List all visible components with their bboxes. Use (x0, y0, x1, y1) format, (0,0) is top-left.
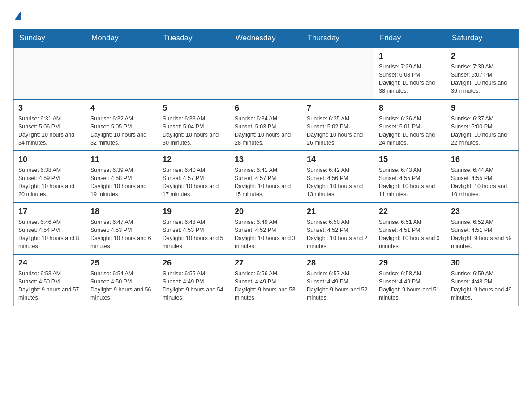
day-sun-info: Sunrise: 6:37 AM Sunset: 5:00 PM Dayligh… (451, 115, 514, 147)
day-number: 8 (379, 103, 442, 113)
day-number: 2 (451, 51, 514, 61)
day-of-week-header: Tuesday (158, 29, 230, 48)
day-number: 29 (379, 258, 442, 268)
calendar-cell: 30Sunrise: 6:59 AM Sunset: 4:48 PM Dayli… (446, 254, 519, 306)
day-number: 19 (163, 207, 225, 216)
day-number: 10 (18, 155, 81, 164)
week-row: 3Sunrise: 6:31 AM Sunset: 5:06 PM Daylig… (14, 99, 519, 151)
calendar-cell: 18Sunrise: 6:47 AM Sunset: 4:53 PM Dayli… (86, 203, 158, 255)
calendar-header-row: SundayMondayTuesdayWednesdayThursdayFrid… (14, 29, 519, 48)
day-number: 12 (163, 155, 225, 164)
day-sun-info: Sunrise: 6:47 AM Sunset: 4:53 PM Dayligh… (90, 218, 153, 251)
page-header (13, 9, 519, 20)
day-number: 23 (451, 207, 514, 216)
calendar-cell: 9Sunrise: 6:37 AM Sunset: 5:00 PM Daylig… (446, 99, 519, 151)
day-number: 6 (235, 103, 297, 113)
day-sun-info: Sunrise: 6:34 AM Sunset: 5:03 PM Dayligh… (235, 115, 297, 147)
day-number: 13 (235, 155, 297, 164)
day-of-week-header: Wednesday (230, 29, 302, 48)
calendar-cell: 13Sunrise: 6:41 AM Sunset: 4:57 PM Dayli… (230, 151, 302, 203)
calendar-cell: 3Sunrise: 6:31 AM Sunset: 5:06 PM Daylig… (14, 99, 86, 151)
day-number: 26 (163, 258, 225, 268)
day-sun-info: Sunrise: 7:29 AM Sunset: 6:08 PM Dayligh… (379, 63, 442, 95)
day-sun-info: Sunrise: 6:44 AM Sunset: 4:55 PM Dayligh… (451, 166, 514, 199)
day-number: 5 (163, 103, 225, 113)
day-sun-info: Sunrise: 6:36 AM Sunset: 5:01 PM Dayligh… (379, 115, 442, 147)
calendar-cell: 7Sunrise: 6:35 AM Sunset: 5:02 PM Daylig… (302, 99, 374, 151)
calendar-cell: 10Sunrise: 6:38 AM Sunset: 4:59 PM Dayli… (14, 151, 86, 203)
day-sun-info: Sunrise: 6:40 AM Sunset: 4:57 PM Dayligh… (163, 166, 225, 199)
day-sun-info: Sunrise: 6:46 AM Sunset: 4:54 PM Dayligh… (18, 218, 81, 251)
day-number: 16 (451, 155, 514, 164)
calendar-cell (158, 47, 230, 99)
day-sun-info: Sunrise: 6:54 AM Sunset: 4:50 PM Dayligh… (90, 270, 153, 302)
day-number: 30 (451, 258, 514, 268)
day-sun-info: Sunrise: 6:35 AM Sunset: 5:02 PM Dayligh… (307, 115, 369, 147)
day-number: 18 (90, 207, 153, 216)
calendar-cell: 21Sunrise: 6:50 AM Sunset: 4:52 PM Dayli… (302, 203, 374, 255)
day-sun-info: Sunrise: 6:58 AM Sunset: 4:49 PM Dayligh… (379, 270, 442, 302)
calendar-cell (230, 47, 302, 99)
day-number: 4 (90, 103, 153, 113)
day-sun-info: Sunrise: 6:38 AM Sunset: 4:59 PM Dayligh… (18, 166, 81, 199)
day-sun-info: Sunrise: 6:59 AM Sunset: 4:48 PM Dayligh… (451, 270, 514, 302)
day-sun-info: Sunrise: 6:41 AM Sunset: 4:57 PM Dayligh… (235, 166, 297, 199)
calendar-cell: 12Sunrise: 6:40 AM Sunset: 4:57 PM Dayli… (158, 151, 230, 203)
calendar-cell: 4Sunrise: 6:32 AM Sunset: 5:05 PM Daylig… (86, 99, 158, 151)
day-number: 7 (307, 103, 369, 113)
day-sun-info: Sunrise: 6:43 AM Sunset: 4:55 PM Dayligh… (379, 166, 442, 199)
day-of-week-header: Friday (374, 29, 446, 48)
day-sun-info: Sunrise: 6:52 AM Sunset: 4:51 PM Dayligh… (451, 218, 514, 251)
calendar-cell: 2Sunrise: 7:30 AM Sunset: 6:07 PM Daylig… (446, 47, 519, 99)
day-sun-info: Sunrise: 6:48 AM Sunset: 4:53 PM Dayligh… (163, 218, 225, 251)
calendar-cell (14, 47, 86, 99)
day-number: 9 (451, 103, 514, 113)
day-sun-info: Sunrise: 6:57 AM Sunset: 4:49 PM Dayligh… (307, 270, 369, 302)
week-row: 1Sunrise: 7:29 AM Sunset: 6:08 PM Daylig… (14, 47, 519, 99)
day-number: 3 (18, 103, 81, 113)
calendar-cell: 15Sunrise: 6:43 AM Sunset: 4:55 PM Dayli… (374, 151, 446, 203)
calendar-cell: 28Sunrise: 6:57 AM Sunset: 4:49 PM Dayli… (302, 254, 374, 306)
calendar-cell: 26Sunrise: 6:55 AM Sunset: 4:49 PM Dayli… (158, 254, 230, 306)
calendar-cell: 6Sunrise: 6:34 AM Sunset: 5:03 PM Daylig… (230, 99, 302, 151)
calendar-cell: 24Sunrise: 6:53 AM Sunset: 4:50 PM Dayli… (14, 254, 86, 306)
day-sun-info: Sunrise: 6:31 AM Sunset: 5:06 PM Dayligh… (18, 115, 81, 147)
calendar-cell: 1Sunrise: 7:29 AM Sunset: 6:08 PM Daylig… (374, 47, 446, 99)
calendar-cell: 20Sunrise: 6:49 AM Sunset: 4:52 PM Dayli… (230, 203, 302, 255)
day-number: 21 (307, 207, 369, 216)
day-sun-info: Sunrise: 6:55 AM Sunset: 4:49 PM Dayligh… (163, 270, 225, 302)
day-number: 22 (379, 207, 442, 216)
day-number: 25 (90, 258, 153, 268)
day-sun-info: Sunrise: 6:51 AM Sunset: 4:51 PM Dayligh… (379, 218, 442, 251)
day-number: 15 (379, 155, 442, 164)
day-number: 11 (90, 155, 153, 164)
calendar-cell: 19Sunrise: 6:48 AM Sunset: 4:53 PM Dayli… (158, 203, 230, 255)
calendar-cell: 14Sunrise: 6:42 AM Sunset: 4:56 PM Dayli… (302, 151, 374, 203)
day-number: 27 (235, 258, 297, 268)
calendar-cell: 22Sunrise: 6:51 AM Sunset: 4:51 PM Dayli… (374, 203, 446, 255)
calendar-cell: 17Sunrise: 6:46 AM Sunset: 4:54 PM Dayli… (14, 203, 86, 255)
calendar-cell: 16Sunrise: 6:44 AM Sunset: 4:55 PM Dayli… (446, 151, 519, 203)
day-sun-info: Sunrise: 6:32 AM Sunset: 5:05 PM Dayligh… (90, 115, 153, 147)
calendar-cell: 5Sunrise: 6:33 AM Sunset: 5:04 PM Daylig… (158, 99, 230, 151)
day-sun-info: Sunrise: 6:49 AM Sunset: 4:52 PM Dayligh… (235, 218, 297, 251)
day-sun-info: Sunrise: 6:50 AM Sunset: 4:52 PM Dayligh… (307, 218, 369, 251)
calendar-cell: 25Sunrise: 6:54 AM Sunset: 4:50 PM Dayli… (86, 254, 158, 306)
day-number: 17 (18, 207, 81, 216)
logo-triangle-icon (15, 11, 21, 20)
day-of-week-header: Saturday (446, 29, 519, 48)
week-row: 17Sunrise: 6:46 AM Sunset: 4:54 PM Dayli… (14, 203, 519, 255)
calendar-cell: 11Sunrise: 6:39 AM Sunset: 4:58 PM Dayli… (86, 151, 158, 203)
day-sun-info: Sunrise: 7:30 AM Sunset: 6:07 PM Dayligh… (451, 63, 514, 95)
day-sun-info: Sunrise: 6:53 AM Sunset: 4:50 PM Dayligh… (18, 270, 81, 302)
week-row: 10Sunrise: 6:38 AM Sunset: 4:59 PM Dayli… (14, 151, 519, 203)
day-sun-info: Sunrise: 6:33 AM Sunset: 5:04 PM Dayligh… (163, 115, 225, 147)
calendar-cell: 23Sunrise: 6:52 AM Sunset: 4:51 PM Dayli… (446, 203, 519, 255)
day-number: 14 (307, 155, 369, 164)
day-number: 28 (307, 258, 369, 268)
logo (13, 9, 21, 20)
day-number: 1 (379, 51, 442, 61)
day-of-week-header: Monday (86, 29, 158, 48)
calendar-cell (302, 47, 374, 99)
day-sun-info: Sunrise: 6:56 AM Sunset: 4:49 PM Dayligh… (235, 270, 297, 302)
